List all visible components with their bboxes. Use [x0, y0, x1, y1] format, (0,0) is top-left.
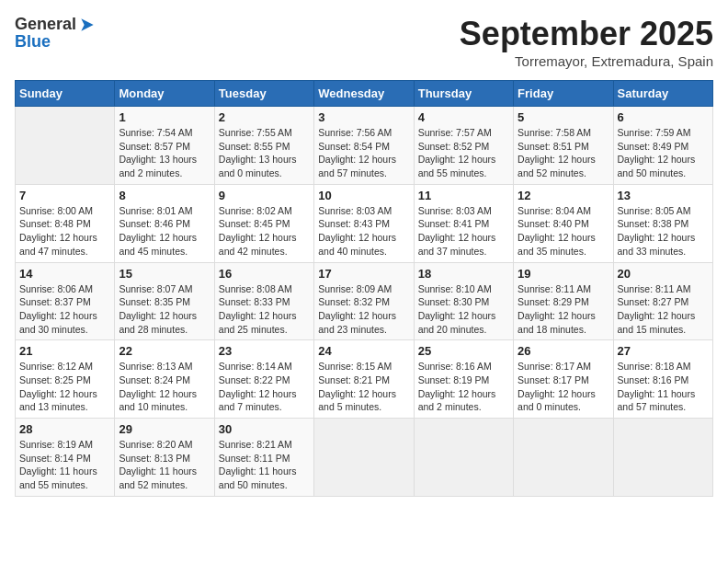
day-info: Sunrise: 8:00 AM Sunset: 8:48 PM Dayligh… — [19, 204, 110, 259]
calendar-cell: 15 Sunrise: 8:07 AM Sunset: 8:35 PM Dayl… — [115, 262, 214, 340]
day-number: 29 — [119, 422, 210, 436]
daylight-text: Daylight: 12 hours and 20 minutes. — [418, 310, 496, 335]
calendar-cell: 17 Sunrise: 8:09 AM Sunset: 8:32 PM Dayl… — [314, 262, 414, 340]
weekday-header-tuesday: Tuesday — [214, 81, 313, 107]
calendar-cell — [514, 419, 613, 497]
calendar-cell: 9 Sunrise: 8:02 AM Sunset: 8:45 PM Dayli… — [214, 184, 313, 262]
daylight-text: Daylight: 12 hours and 25 minutes. — [219, 310, 297, 335]
day-info: Sunrise: 8:02 AM Sunset: 8:45 PM Dayligh… — [219, 204, 310, 259]
sunset-text: Sunset: 8:45 PM — [219, 218, 290, 229]
calendar-cell: 11 Sunrise: 8:03 AM Sunset: 8:41 PM Dayl… — [414, 184, 513, 262]
day-number: 2 — [219, 110, 310, 124]
daylight-text: Daylight: 12 hours and 37 minutes. — [418, 232, 496, 257]
sunset-text: Sunset: 8:11 PM — [219, 453, 290, 464]
day-number: 1 — [119, 110, 210, 124]
weekday-header-thursday: Thursday — [414, 81, 513, 107]
calendar-cell: 23 Sunrise: 8:14 AM Sunset: 8:22 PM Dayl… — [214, 340, 313, 419]
sunrise-text: Sunrise: 7:54 AM — [119, 127, 192, 138]
sunrise-text: Sunrise: 8:20 AM — [119, 439, 192, 450]
daylight-text: Daylight: 12 hours and 15 minutes. — [618, 310, 696, 335]
daylight-text: Daylight: 12 hours and 35 minutes. — [518, 232, 596, 257]
daylight-text: Daylight: 12 hours and 45 minutes. — [119, 232, 197, 257]
sunset-text: Sunset: 8:43 PM — [318, 218, 390, 229]
calendar-cell: 10 Sunrise: 8:03 AM Sunset: 8:43 PM Dayl… — [314, 184, 414, 262]
day-number: 20 — [618, 267, 709, 281]
sunrise-text: Sunrise: 8:11 AM — [618, 283, 691, 294]
day-info: Sunrise: 8:18 AM Sunset: 8:16 PM Dayligh… — [618, 360, 709, 414]
logo-arrow-icon — [78, 16, 97, 34]
day-info: Sunrise: 7:57 AM Sunset: 8:52 PM Dayligh… — [418, 126, 509, 180]
daylight-text: Daylight: 12 hours and 57 minutes. — [318, 154, 396, 178]
sunset-text: Sunset: 8:35 PM — [119, 296, 190, 307]
day-number: 14 — [19, 267, 110, 281]
title-area: September 2025 Torremayor, Extremadura, … — [460, 15, 713, 69]
day-info: Sunrise: 7:58 AM Sunset: 8:51 PM Dayligh… — [518, 126, 609, 180]
sunset-text: Sunset: 8:37 PM — [19, 296, 91, 307]
sunset-text: Sunset: 8:55 PM — [219, 141, 290, 152]
day-info: Sunrise: 8:03 AM Sunset: 8:43 PM Dayligh… — [318, 204, 409, 259]
sunrise-text: Sunrise: 7:58 AM — [518, 127, 591, 138]
day-info: Sunrise: 8:04 AM Sunset: 8:40 PM Dayligh… — [518, 204, 609, 259]
daylight-text: Daylight: 12 hours and 13 minutes. — [19, 388, 97, 413]
sunset-text: Sunset: 8:33 PM — [219, 296, 290, 307]
sunrise-text: Sunrise: 8:06 AM — [19, 283, 93, 294]
day-info: Sunrise: 7:55 AM Sunset: 8:55 PM Dayligh… — [219, 126, 310, 180]
day-number: 27 — [618, 344, 709, 358]
calendar-cell: 24 Sunrise: 8:15 AM Sunset: 8:21 PM Dayl… — [314, 340, 414, 419]
day-info: Sunrise: 8:13 AM Sunset: 8:24 PM Dayligh… — [119, 360, 210, 414]
sunset-text: Sunset: 8:51 PM — [518, 141, 589, 152]
day-number: 18 — [418, 267, 509, 281]
day-number: 10 — [318, 189, 409, 202]
daylight-text: Daylight: 12 hours and 47 minutes. — [19, 232, 97, 257]
daylight-text: Daylight: 11 hours and 57 minutes. — [618, 388, 696, 413]
day-number: 11 — [418, 189, 509, 202]
day-info: Sunrise: 8:19 AM Sunset: 8:14 PM Dayligh… — [19, 438, 110, 492]
day-info: Sunrise: 8:03 AM Sunset: 8:41 PM Dayligh… — [418, 204, 509, 259]
day-info: Sunrise: 8:16 AM Sunset: 8:19 PM Dayligh… — [418, 360, 509, 414]
month-title: September 2025 — [460, 15, 713, 53]
calendar-cell: 5 Sunrise: 7:58 AM Sunset: 8:51 PM Dayli… — [514, 107, 613, 185]
logo-blue-text: Blue — [15, 32, 51, 52]
daylight-text: Daylight: 12 hours and 30 minutes. — [19, 310, 97, 335]
day-number: 5 — [518, 110, 609, 124]
day-number: 19 — [518, 267, 609, 281]
day-number: 17 — [318, 267, 409, 281]
sunset-text: Sunset: 8:27 PM — [618, 296, 689, 307]
calendar-cell: 16 Sunrise: 8:08 AM Sunset: 8:33 PM Dayl… — [214, 262, 313, 340]
location-text: Torremayor, Extremadura, Spain — [460, 53, 713, 69]
day-info: Sunrise: 8:05 AM Sunset: 8:38 PM Dayligh… — [618, 204, 709, 259]
sunrise-text: Sunrise: 8:18 AM — [618, 361, 691, 372]
day-info: Sunrise: 8:14 AM Sunset: 8:22 PM Dayligh… — [219, 360, 310, 414]
sunrise-text: Sunrise: 8:12 AM — [19, 361, 93, 372]
calendar-cell: 13 Sunrise: 8:05 AM Sunset: 8:38 PM Dayl… — [613, 184, 712, 262]
sunrise-text: Sunrise: 8:09 AM — [318, 283, 392, 294]
daylight-text: Daylight: 12 hours and 5 minutes. — [318, 388, 396, 413]
day-info: Sunrise: 8:11 AM Sunset: 8:29 PM Dayligh… — [518, 282, 609, 337]
calendar-cell: 22 Sunrise: 8:13 AM Sunset: 8:24 PM Dayl… — [115, 340, 214, 419]
calendar-header: SundayMondayTuesdayWednesdayThursdayFrid… — [16, 81, 713, 107]
sunset-text: Sunset: 8:17 PM — [518, 374, 589, 385]
logo: General Blue — [15, 15, 97, 52]
day-number: 6 — [618, 110, 709, 124]
sunrise-text: Sunrise: 8:16 AM — [418, 361, 492, 372]
daylight-text: Daylight: 12 hours and 52 minutes. — [518, 154, 596, 178]
sunrise-text: Sunrise: 8:03 AM — [418, 205, 492, 216]
daylight-text: Daylight: 12 hours and 10 minutes. — [119, 388, 197, 413]
day-info: Sunrise: 7:56 AM Sunset: 8:54 PM Dayligh… — [318, 126, 409, 180]
sunrise-text: Sunrise: 7:57 AM — [418, 127, 492, 138]
calendar-cell: 21 Sunrise: 8:12 AM Sunset: 8:25 PM Dayl… — [16, 340, 115, 419]
day-number: 22 — [119, 344, 210, 358]
daylight-text: Daylight: 12 hours and 0 minutes. — [518, 388, 596, 413]
sunrise-text: Sunrise: 8:07 AM — [119, 283, 192, 294]
sunrise-text: Sunrise: 8:00 AM — [19, 205, 93, 216]
calendar-cell — [613, 419, 712, 497]
calendar-cell — [314, 419, 414, 497]
day-number: 25 — [418, 344, 509, 358]
calendar-body: 1 Sunrise: 7:54 AM Sunset: 8:57 PM Dayli… — [16, 107, 713, 497]
header: General Blue September 2025 Torremayor, … — [15, 15, 713, 69]
calendar-cell: 4 Sunrise: 7:57 AM Sunset: 8:52 PM Dayli… — [414, 107, 513, 185]
day-number: 8 — [119, 189, 210, 202]
calendar-cell: 14 Sunrise: 8:06 AM Sunset: 8:37 PM Dayl… — [16, 262, 115, 340]
calendar-cell — [414, 419, 513, 497]
daylight-text: Daylight: 12 hours and 55 minutes. — [418, 154, 496, 178]
